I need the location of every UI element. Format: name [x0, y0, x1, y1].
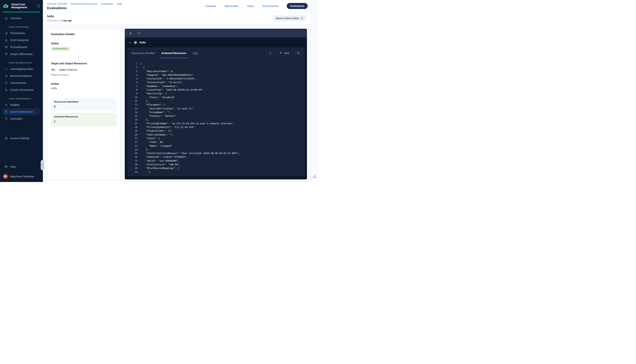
- stat-label: Resources Identified: [54, 100, 114, 103]
- code-line: 2 {: [130, 66, 300, 69]
- sidebar-item-label: Account Settings: [10, 137, 30, 140]
- tabs-row: Resources IdentifiedActioned ResourcesLo…: [128, 48, 304, 58]
- fullscreen-icon[interactable]: [137, 32, 141, 35]
- breadcrumb-link[interactable]: Cloud Asset Governance: [71, 2, 97, 5]
- nav-link-evaluations-active[interactable]: Evaluations: [287, 3, 308, 9]
- nav-link-overview[interactable]: Overview: [205, 4, 216, 8]
- help-icon: ?: [5, 165, 8, 168]
- copy-button[interactable]: [295, 50, 302, 56]
- tab-actioned-resources[interactable]: Actioned Resources: [161, 48, 186, 58]
- sidebar-item-label: Budgets: [10, 103, 20, 106]
- sidebar-item-margin-obfuscation[interactable]: Margin Obfuscation: [3, 50, 40, 57]
- code-line: 14 "GroupName": "",: [130, 110, 300, 114]
- line-number: 11: [130, 99, 137, 103]
- code-text: "State": {: [140, 136, 160, 140]
- module-tabs: OverviewOptimizationRulesEnforcementsEva…: [205, 3, 308, 9]
- stat-resources-identified: Resources Identified1: [51, 98, 117, 111]
- code-text: "Tenancy": "default": [140, 114, 176, 118]
- open-button-label: Open in Rule Editor: [276, 17, 299, 20]
- code-text: "InstanceType": "t2.micro",: [140, 80, 183, 84]
- anomalies-icon: [5, 117, 8, 120]
- right-rail: [311, 0, 318, 182]
- tab-resources-identified[interactable]: Resources Identified: [132, 48, 155, 58]
- nav-link-optimization[interactable]: Optimization: [224, 4, 239, 8]
- results-panel: hello Resources IdentifiedActioned Resou…: [125, 29, 307, 180]
- sidebar-item-help[interactable]: ? Help: [3, 163, 40, 170]
- svg-text:$: $: [5, 4, 7, 8]
- code-text: {: [140, 170, 150, 174]
- code-text: "State": "disabled": [140, 96, 175, 99]
- sidebar: $ Cloud Cost Management OverviewCOST REP…: [0, 0, 43, 182]
- recommendations-icon: [5, 74, 8, 78]
- json-code-viewer[interactable]: 1[2 {3 "AmiLaunchIndex": 0,4 "ImageId": …: [128, 58, 304, 176]
- sidebar-section-label: COST REPORTING: [9, 26, 43, 28]
- content: Evaluation Details Status SUCCESSFUL Tar…: [43, 25, 311, 182]
- search-button[interactable]: [267, 50, 273, 56]
- sidebar-item-perspectives[interactable]: Perspectives: [3, 30, 40, 36]
- sidebar-item-bi-dashboards[interactable]: BI Dashboards: [3, 44, 40, 50]
- user-menu[interactable]: RC Rajarshee Chatterjee: [0, 174, 43, 179]
- cost-categories-icon: [5, 38, 8, 42]
- code-line: 6 "InstanceType": "t2.micro",: [130, 80, 300, 84]
- sidebar-item-cost-categories[interactable]: Cost Categories: [3, 36, 40, 44]
- sidebar-accent-rule: [3, 12, 40, 12]
- sidebar-item-asset-governance[interactable]: Asset Governance: [3, 108, 40, 115]
- sidebar-item-label: Overview: [10, 17, 21, 20]
- sidebar-bottom: ? Help RC Rajarshee Chatterjee: [0, 160, 43, 182]
- filter-label: Filter: [284, 52, 289, 54]
- sidebar-item-autostopping-rules[interactable]: AutoStopping Rules: [3, 66, 40, 72]
- sidebar-item-cluster-orchestrator[interactable]: Cluster Orchestrator: [3, 86, 40, 93]
- code-line: 4 "ImageId": "ami-002438e556dd03e4c",: [130, 73, 300, 77]
- nav-link-enforcements[interactable]: Enforcements: [262, 4, 278, 8]
- module-grid-icon[interactable]: [37, 4, 40, 8]
- line-number: 3: [130, 70, 137, 73]
- sidebar-item-label: Margin Obfuscation: [10, 52, 33, 56]
- sidebar-item-recommendations[interactable]: Recommendations: [3, 72, 40, 79]
- line-number: 21: [130, 136, 137, 140]
- breadcrumb-link[interactable]: hello: [117, 2, 122, 5]
- sidebar-item-anomalies[interactable]: Anomalies: [3, 115, 40, 122]
- sidebar-section-label: COST GOVERNANCE: [9, 98, 43, 100]
- divider: [51, 56, 117, 56]
- target-heading: Target and Output Resources: [51, 62, 117, 65]
- filter-button[interactable]: Filter: [276, 50, 292, 56]
- evaluated-at: Evaluated at:1 day ago: [47, 19, 72, 22]
- tab-logs[interactable]: Logs: [192, 48, 198, 58]
- tab-controls: Filter: [267, 50, 302, 56]
- sidebar-collapse-handle[interactable]: [41, 160, 44, 170]
- sidebar-item-label: Cost Categories: [10, 38, 29, 42]
- chat-support-icon[interactable]: [312, 174, 316, 179]
- code-line: 27 "VpcId": "vpc-bb845bd0",: [130, 159, 300, 163]
- evaluation-result-row[interactable]: hello: [125, 38, 307, 48]
- line-number: 9: [130, 92, 137, 96]
- download-icon[interactable]: [129, 32, 132, 35]
- sidebar-item-budgets[interactable]: Budgets: [3, 101, 40, 108]
- breadcrumb-link[interactable]: Evaluations: [101, 2, 113, 5]
- user-name: Rajarshee Chatterjee: [10, 175, 34, 178]
- code-text: "ProductCodes": [],: [140, 129, 172, 133]
- chevron-up-icon[interactable]: [129, 41, 131, 44]
- autostopping-rules-icon: [5, 67, 8, 70]
- code-text: "VpcId": "vpc-bb845bd0",: [140, 159, 179, 163]
- line-number: 28: [130, 163, 137, 166]
- copy-icon: [297, 52, 300, 54]
- nav-link-rules[interactable]: Rules: [247, 4, 254, 8]
- sidebar-item-account-settings[interactable]: Account Settings: [3, 135, 40, 142]
- open-in-rule-editor-button[interactable]: Open in Rule Editor: [273, 16, 306, 21]
- stat-value: 1: [54, 105, 114, 108]
- sidebar-item-label: Anomalies: [10, 117, 22, 120]
- commitments-icon: [5, 81, 8, 84]
- code-line: 3 "AmiLaunchIndex": 0,: [130, 70, 300, 73]
- code-text: [: [140, 62, 142, 66]
- line-number: 7: [130, 84, 137, 88]
- aws-logo-icon: aws: [51, 68, 57, 72]
- line-number: 5: [130, 77, 137, 80]
- code-line: 28 "Architecture": "x86_64",: [130, 163, 300, 166]
- breadcrumb-link[interactable]: Account: CCM-NG: [47, 2, 67, 5]
- bi-dashboards-icon: [5, 46, 8, 49]
- sidebar-item-overview[interactable]: Overview: [3, 15, 40, 22]
- sidebar-item-commitments[interactable]: Commitments: [3, 80, 40, 86]
- stat-actioned-resources: Actioned Resources1: [51, 113, 117, 126]
- code-line: 1[: [130, 62, 300, 66]
- line-number: 24: [130, 148, 137, 152]
